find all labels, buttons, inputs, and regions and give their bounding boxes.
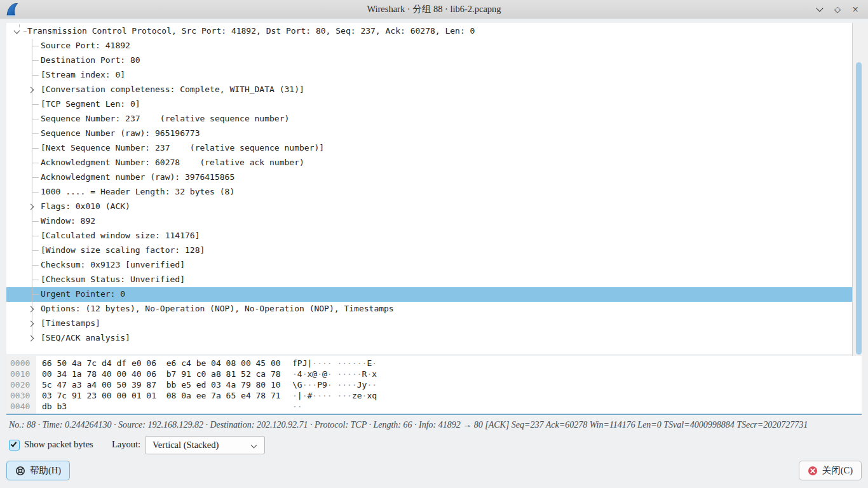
hex-dump-panel: 000066 50 4a 7c d4 df e0 06 e6 c4 be 04 …: [6, 356, 862, 414]
tree-row[interactable]: [Next Sequence Number: 237 (relative seq…: [6, 141, 852, 156]
tree-row-label: Checksum: 0x9123 [unverified]: [41, 260, 185, 269]
show-packet-bytes-label: Show packet bytes: [24, 439, 93, 450]
tree-row-label: [SEQ/ACK analysis]: [41, 333, 130, 342]
hex-row[interactable]: 0040db b3··: [6, 402, 862, 412]
chevron-down-icon: [816, 4, 823, 11]
close-button-label: 关闭(C): [822, 464, 853, 477]
tree-row-label: [Stream index: 0]: [41, 70, 125, 79]
tree-guide-line: [32, 294, 39, 295]
layout-select[interactable]: Vertical (Stacked): [145, 436, 265, 454]
tree-guide-line: [32, 250, 39, 251]
status-line: No.: 88 · Time: 0.244264130 · Source: 19…: [9, 420, 808, 430]
tree-row-label: [Calculated window size: 114176]: [41, 231, 200, 240]
expander-open-icon[interactable]: [14, 28, 20, 34]
tree-row-label: 1000 .... = Header Length: 32 bytes (8): [41, 187, 234, 196]
close-window-button[interactable]: ×: [849, 3, 862, 17]
tree-row[interactable]: Sequence Number (raw): 965196773: [6, 126, 852, 141]
tree-row[interactable]: Urgent Pointer: 0: [6, 287, 852, 302]
expander-closed-icon[interactable]: [28, 204, 34, 210]
tree-row[interactable]: Flags: 0x010 (ACK): [6, 200, 852, 214]
tree-row[interactable]: [SEQ/ACK analysis]: [6, 331, 852, 346]
tree-row[interactable]: [Timestamps]: [6, 316, 852, 331]
hex-offset: 0040: [10, 402, 30, 411]
tree-row-label: [Checksum Status: Unverified]: [41, 274, 185, 284]
tree-row-label: Acknowledgment number (raw): 3976415865: [41, 172, 234, 182]
tree-guide-line: [32, 119, 39, 119]
hex-bytes: 66 50 4a 7c d4 df e0 06 e6 c4 be 04 08 0…: [42, 358, 281, 368]
tree-guide-line: [32, 265, 39, 266]
tree-row-label: [Next Sequence Number: 237 (relative seq…: [41, 143, 324, 152]
tree-guide-line: [32, 46, 39, 46]
tree-row[interactable]: Acknowledgment number (raw): 3976415865: [6, 170, 852, 185]
scrollbar[interactable]: [852, 23, 868, 362]
help-buoy-icon: [15, 466, 25, 476]
packet-detail-tree: Transmission Control Protocol, Src Port:…: [6, 23, 852, 354]
close-dialog-button[interactable]: 关闭(C): [799, 461, 862, 480]
hex-offset: 0020: [10, 380, 30, 390]
help-button[interactable]: 帮助(H): [6, 461, 70, 480]
tree-row[interactable]: Transmission Control Protocol, Src Port:…: [6, 24, 852, 39]
checkmark-icon: [11, 440, 17, 447]
tree-row-label: Window: 892: [41, 216, 95, 226]
tree-row-label: Flags: 0x010 (ACK): [41, 201, 130, 211]
tree-row[interactable]: Checksum: 0x9123 [unverified]: [6, 258, 852, 273]
expander-closed-icon[interactable]: [28, 306, 34, 313]
tree-row[interactable]: Source Port: 41892: [6, 39, 852, 53]
hex-offset: 0030: [10, 391, 30, 400]
panel-separator: [6, 414, 862, 415]
tree-guide-line: [32, 236, 39, 236]
titlebar[interactable]: Wireshark · 分组 88 · lib6-2.pcapng ◇ ×: [0, 0, 868, 18]
hex-ascii: \G···P9· ····Jy··: [292, 380, 377, 390]
tree-guide-line: [32, 280, 39, 280]
tree-row-label: [Conversation completeness: Complete, WI…: [41, 85, 304, 94]
tree-row[interactable]: Destination Port: 80: [6, 53, 852, 68]
chevron-down-icon: [251, 442, 257, 449]
show-packet-bytes-checkbox[interactable]: [9, 440, 20, 451]
hex-row[interactable]: 003003 7c 91 23 00 00 01 01 08 0a ee 7a …: [6, 391, 862, 402]
expander-closed-icon[interactable]: [28, 321, 34, 327]
hex-ascii: ·|·#···· ···ze·xq: [292, 391, 377, 400]
tree-row[interactable]: 1000 .... = Header Length: 32 bytes (8): [6, 185, 852, 200]
hex-ascii: ··: [292, 402, 302, 411]
hex-row[interactable]: 000066 50 4a 7c d4 df e0 06 e6 c4 be 04 …: [6, 358, 862, 369]
expander-closed-icon[interactable]: [28, 87, 34, 93]
hex-offset: 0010: [10, 369, 30, 379]
tree-row[interactable]: [Stream index: 0]: [6, 68, 852, 83]
hex-bytes: 5c 47 a3 a4 00 50 39 87 bb e5 ed 03 4a 7…: [42, 380, 281, 390]
tree-row-label: Sequence Number (raw): 965196773: [41, 128, 200, 138]
close-icon: ×: [852, 4, 858, 15]
tree-row-label: Urgent Pointer: 0: [41, 289, 125, 299]
minimize-button[interactable]: [813, 3, 826, 17]
expander-closed-icon[interactable]: [28, 336, 34, 342]
tree-row-label: Destination Port: 80: [41, 55, 140, 65]
hex-ascii: fPJ|···· ······E·: [292, 358, 377, 368]
layout-select-value: Vertical (Stacked): [153, 440, 219, 451]
tree-row[interactable]: [Checksum Status: Unverified]: [6, 273, 852, 287]
close-circle-icon: [808, 466, 818, 476]
hex-row[interactable]: 001000 34 1a 78 40 00 40 06 b7 91 c0 a8 …: [6, 369, 862, 380]
tree-guide-line: [32, 221, 39, 222]
maximize-icon: ◇: [834, 4, 841, 15]
hex-row[interactable]: 00205c 47 a3 a4 00 50 39 87 bb e5 ed 03 …: [6, 380, 862, 391]
tree-guide-line: [32, 75, 39, 76]
scrollbar-thumb[interactable]: [856, 62, 862, 355]
layout-label: Layout:: [112, 439, 140, 450]
tree-guide-line: [32, 177, 39, 178]
tree-guide-line: [24, 31, 27, 32]
hex-bytes: 03 7c 91 23 00 00 01 01 08 0a ee 7a 65 e…: [42, 391, 281, 400]
tree-row[interactable]: [TCP Segment Len: 0]: [6, 97, 852, 112]
maximize-button[interactable]: ◇: [831, 3, 844, 17]
tree-row[interactable]: Acknowledgment Number: 60278 (relative a…: [6, 156, 852, 170]
tree-guide-line: [32, 133, 39, 134]
tree-row-label: Sequence Number: 237 (relative sequence …: [41, 114, 289, 123]
tree-row-label: Transmission Control Protocol, Src Port:…: [27, 26, 475, 36]
tree-row[interactable]: [Conversation completeness: Complete, WI…: [6, 83, 852, 97]
tree-row[interactable]: [Window size scaling factor: 128]: [6, 243, 852, 258]
tree-row[interactable]: [Calculated window size: 114176]: [6, 229, 852, 243]
tree-row[interactable]: Options: (12 bytes), No-Operation (NOP),…: [6, 302, 852, 316]
tree-row[interactable]: Sequence Number: 237 (relative sequence …: [6, 112, 852, 126]
packet-dialog-window: Wireshark · 分组 88 · lib6-2.pcapng ◇ × Tr…: [0, 0, 868, 488]
tree-row[interactable]: Window: 892: [6, 214, 852, 229]
tree-row-label: Acknowledgment Number: 60278 (relative a…: [41, 158, 304, 167]
window-title: Wireshark · 分组 88 · lib6-2.pcapng: [0, 0, 868, 18]
